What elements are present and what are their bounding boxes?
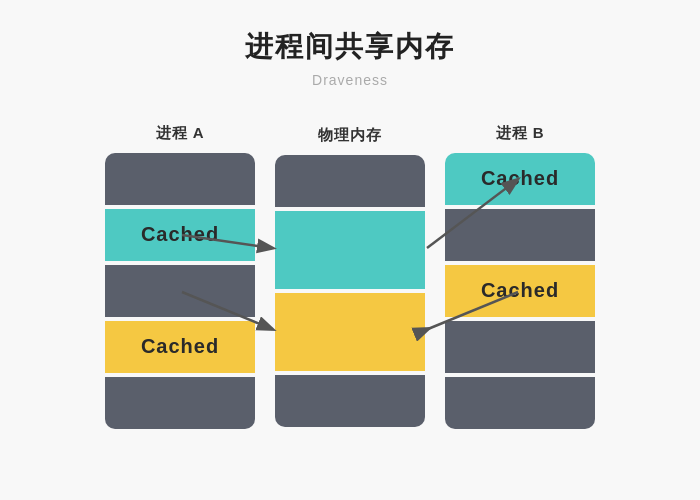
process-a-cached-yellow: Cached bbox=[141, 335, 219, 358]
phys-seg-1 bbox=[275, 211, 425, 289]
process-b-seg-3 bbox=[445, 321, 595, 373]
process-b-seg-1 bbox=[445, 209, 595, 261]
subtitle: Draveness bbox=[312, 72, 388, 88]
process-b-seg-4 bbox=[445, 377, 595, 429]
diagram: 进程 A Cached Cached 物理内存 bbox=[30, 116, 670, 436]
page-title: 进程间共享内存 bbox=[245, 28, 455, 66]
process-a-seg-1: Cached bbox=[105, 209, 255, 261]
process-b-column: 进程 B Cached Cached bbox=[445, 124, 595, 429]
phys-block bbox=[275, 155, 425, 427]
process-a-column: 进程 A Cached Cached bbox=[105, 124, 255, 429]
process-a-seg-3: Cached bbox=[105, 321, 255, 373]
process-a-seg-4 bbox=[105, 377, 255, 429]
process-b-cached-teal: Cached bbox=[481, 167, 559, 190]
process-b-cached-yellow: Cached bbox=[481, 279, 559, 302]
phys-seg-0 bbox=[275, 155, 425, 207]
process-a-label: 进程 A bbox=[156, 124, 205, 143]
process-b-seg-2: Cached bbox=[445, 265, 595, 317]
process-b-label: 进程 B bbox=[496, 124, 545, 143]
phys-seg-3 bbox=[275, 375, 425, 427]
phys-column: 物理内存 bbox=[275, 126, 425, 427]
phys-label: 物理内存 bbox=[318, 126, 382, 145]
process-b-block: Cached Cached bbox=[445, 153, 595, 429]
process-a-seg-0 bbox=[105, 153, 255, 205]
process-a-seg-2 bbox=[105, 265, 255, 317]
phys-seg-2 bbox=[275, 293, 425, 371]
process-a-cached-teal: Cached bbox=[141, 223, 219, 246]
process-b-seg-0: Cached bbox=[445, 153, 595, 205]
process-a-block: Cached Cached bbox=[105, 153, 255, 429]
